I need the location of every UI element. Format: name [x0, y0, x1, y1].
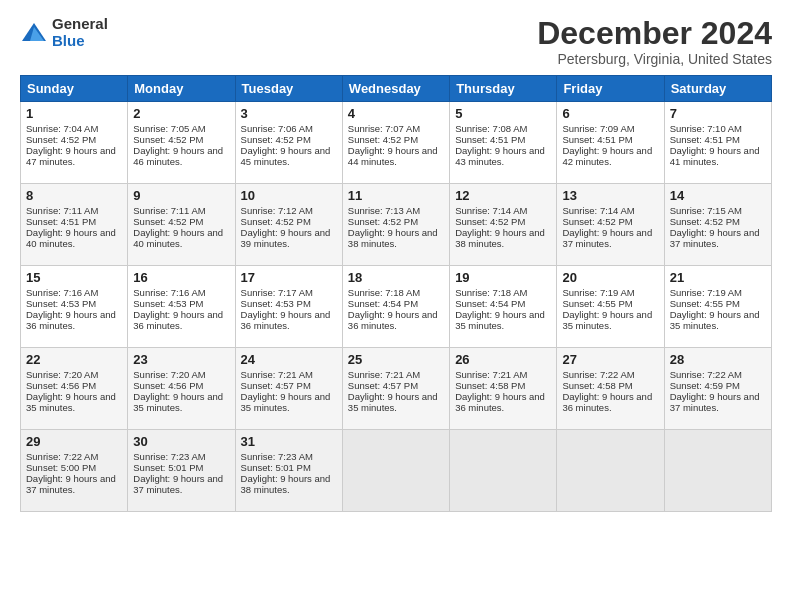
- day-info: Sunrise: 7:04 AMSunset: 4:52 PMDaylight:…: [26, 123, 116, 167]
- calendar-cell: 27Sunrise: 7:22 AMSunset: 4:58 PMDayligh…: [557, 348, 664, 430]
- day-info: Sunrise: 7:23 AMSunset: 5:01 PMDaylight:…: [241, 451, 331, 495]
- calendar-cell: 19Sunrise: 7:18 AMSunset: 4:54 PMDayligh…: [450, 266, 557, 348]
- day-info: Sunrise: 7:22 AMSunset: 4:59 PMDaylight:…: [670, 369, 760, 413]
- calendar-week-row: 1Sunrise: 7:04 AMSunset: 4:52 PMDaylight…: [21, 102, 772, 184]
- calendar-week-row: 22Sunrise: 7:20 AMSunset: 4:56 PMDayligh…: [21, 348, 772, 430]
- calendar-cell: 16Sunrise: 7:16 AMSunset: 4:53 PMDayligh…: [128, 266, 235, 348]
- calendar-table: SundayMondayTuesdayWednesdayThursdayFrid…: [20, 75, 772, 512]
- day-info: Sunrise: 7:22 AMSunset: 5:00 PMDaylight:…: [26, 451, 116, 495]
- weekday-header: Wednesday: [342, 76, 449, 102]
- day-number: 18: [348, 270, 444, 285]
- day-number: 9: [133, 188, 229, 203]
- logo-text: General Blue: [52, 16, 108, 49]
- day-number: 8: [26, 188, 122, 203]
- day-info: Sunrise: 7:11 AMSunset: 4:51 PMDaylight:…: [26, 205, 116, 249]
- day-info: Sunrise: 7:16 AMSunset: 4:53 PMDaylight:…: [133, 287, 223, 331]
- day-info: Sunrise: 7:20 AMSunset: 4:56 PMDaylight:…: [26, 369, 116, 413]
- title-block: December 2024 Petersburg, Virginia, Unit…: [537, 16, 772, 67]
- day-number: 31: [241, 434, 337, 449]
- day-info: Sunrise: 7:11 AMSunset: 4:52 PMDaylight:…: [133, 205, 223, 249]
- day-info: Sunrise: 7:21 AMSunset: 4:57 PMDaylight:…: [241, 369, 331, 413]
- day-number: 1: [26, 106, 122, 121]
- day-info: Sunrise: 7:09 AMSunset: 4:51 PMDaylight:…: [562, 123, 652, 167]
- day-number: 17: [241, 270, 337, 285]
- calendar-cell: 12Sunrise: 7:14 AMSunset: 4:52 PMDayligh…: [450, 184, 557, 266]
- day-number: 30: [133, 434, 229, 449]
- calendar-cell: 29Sunrise: 7:22 AMSunset: 5:00 PMDayligh…: [21, 430, 128, 512]
- day-info: Sunrise: 7:13 AMSunset: 4:52 PMDaylight:…: [348, 205, 438, 249]
- day-info: Sunrise: 7:22 AMSunset: 4:58 PMDaylight:…: [562, 369, 652, 413]
- day-number: 16: [133, 270, 229, 285]
- weekday-header: Monday: [128, 76, 235, 102]
- calendar-cell: 5Sunrise: 7:08 AMSunset: 4:51 PMDaylight…: [450, 102, 557, 184]
- calendar-cell: 13Sunrise: 7:14 AMSunset: 4:52 PMDayligh…: [557, 184, 664, 266]
- day-info: Sunrise: 7:18 AMSunset: 4:54 PMDaylight:…: [348, 287, 438, 331]
- day-number: 10: [241, 188, 337, 203]
- day-info: Sunrise: 7:12 AMSunset: 4:52 PMDaylight:…: [241, 205, 331, 249]
- page: General Blue December 2024 Petersburg, V…: [0, 0, 792, 612]
- calendar-week-row: 15Sunrise: 7:16 AMSunset: 4:53 PMDayligh…: [21, 266, 772, 348]
- day-info: Sunrise: 7:14 AMSunset: 4:52 PMDaylight:…: [562, 205, 652, 249]
- day-number: 22: [26, 352, 122, 367]
- day-number: 29: [26, 434, 122, 449]
- calendar-week-row: 8Sunrise: 7:11 AMSunset: 4:51 PMDaylight…: [21, 184, 772, 266]
- day-info: Sunrise: 7:19 AMSunset: 4:55 PMDaylight:…: [670, 287, 760, 331]
- weekday-header: Thursday: [450, 76, 557, 102]
- calendar-cell: 3Sunrise: 7:06 AMSunset: 4:52 PMDaylight…: [235, 102, 342, 184]
- calendar-cell: 10Sunrise: 7:12 AMSunset: 4:52 PMDayligh…: [235, 184, 342, 266]
- day-number: 11: [348, 188, 444, 203]
- calendar-cell: 20Sunrise: 7:19 AMSunset: 4:55 PMDayligh…: [557, 266, 664, 348]
- day-number: 15: [26, 270, 122, 285]
- day-info: Sunrise: 7:18 AMSunset: 4:54 PMDaylight:…: [455, 287, 545, 331]
- calendar-cell: 25Sunrise: 7:21 AMSunset: 4:57 PMDayligh…: [342, 348, 449, 430]
- weekday-header: Sunday: [21, 76, 128, 102]
- day-info: Sunrise: 7:07 AMSunset: 4:52 PMDaylight:…: [348, 123, 438, 167]
- day-number: 27: [562, 352, 658, 367]
- day-number: 19: [455, 270, 551, 285]
- header: General Blue December 2024 Petersburg, V…: [20, 16, 772, 67]
- logo-blue: Blue: [52, 33, 108, 50]
- day-info: Sunrise: 7:15 AMSunset: 4:52 PMDaylight:…: [670, 205, 760, 249]
- day-number: 7: [670, 106, 766, 121]
- calendar-cell: 4Sunrise: 7:07 AMSunset: 4:52 PMDaylight…: [342, 102, 449, 184]
- day-info: Sunrise: 7:06 AMSunset: 4:52 PMDaylight:…: [241, 123, 331, 167]
- calendar-cell: [557, 430, 664, 512]
- day-info: Sunrise: 7:08 AMSunset: 4:51 PMDaylight:…: [455, 123, 545, 167]
- calendar-cell: 7Sunrise: 7:10 AMSunset: 4:51 PMDaylight…: [664, 102, 771, 184]
- day-info: Sunrise: 7:14 AMSunset: 4:52 PMDaylight:…: [455, 205, 545, 249]
- day-number: 23: [133, 352, 229, 367]
- calendar-cell: 23Sunrise: 7:20 AMSunset: 4:56 PMDayligh…: [128, 348, 235, 430]
- main-title: December 2024: [537, 16, 772, 51]
- day-info: Sunrise: 7:19 AMSunset: 4:55 PMDaylight:…: [562, 287, 652, 331]
- calendar-cell: [664, 430, 771, 512]
- day-info: Sunrise: 7:17 AMSunset: 4:53 PMDaylight:…: [241, 287, 331, 331]
- calendar-cell: 8Sunrise: 7:11 AMSunset: 4:51 PMDaylight…: [21, 184, 128, 266]
- weekday-header: Friday: [557, 76, 664, 102]
- logo-general: General: [52, 16, 108, 33]
- day-info: Sunrise: 7:16 AMSunset: 4:53 PMDaylight:…: [26, 287, 116, 331]
- day-number: 20: [562, 270, 658, 285]
- calendar-cell: 14Sunrise: 7:15 AMSunset: 4:52 PMDayligh…: [664, 184, 771, 266]
- day-number: 4: [348, 106, 444, 121]
- day-number: 13: [562, 188, 658, 203]
- calendar-cell: 30Sunrise: 7:23 AMSunset: 5:01 PMDayligh…: [128, 430, 235, 512]
- calendar-cell: 2Sunrise: 7:05 AMSunset: 4:52 PMDaylight…: [128, 102, 235, 184]
- day-number: 6: [562, 106, 658, 121]
- day-number: 14: [670, 188, 766, 203]
- calendar-cell: 18Sunrise: 7:18 AMSunset: 4:54 PMDayligh…: [342, 266, 449, 348]
- day-number: 25: [348, 352, 444, 367]
- day-number: 5: [455, 106, 551, 121]
- calendar-cell: 11Sunrise: 7:13 AMSunset: 4:52 PMDayligh…: [342, 184, 449, 266]
- calendar-cell: 22Sunrise: 7:20 AMSunset: 4:56 PMDayligh…: [21, 348, 128, 430]
- calendar-cell: 21Sunrise: 7:19 AMSunset: 4:55 PMDayligh…: [664, 266, 771, 348]
- day-number: 21: [670, 270, 766, 285]
- day-info: Sunrise: 7:21 AMSunset: 4:58 PMDaylight:…: [455, 369, 545, 413]
- logo-icon: [20, 19, 48, 47]
- logo: General Blue: [20, 16, 108, 49]
- day-info: Sunrise: 7:20 AMSunset: 4:56 PMDaylight:…: [133, 369, 223, 413]
- calendar-cell: 9Sunrise: 7:11 AMSunset: 4:52 PMDaylight…: [128, 184, 235, 266]
- calendar-cell: 15Sunrise: 7:16 AMSunset: 4:53 PMDayligh…: [21, 266, 128, 348]
- weekday-header: Tuesday: [235, 76, 342, 102]
- calendar-cell: 24Sunrise: 7:21 AMSunset: 4:57 PMDayligh…: [235, 348, 342, 430]
- calendar-cell: 28Sunrise: 7:22 AMSunset: 4:59 PMDayligh…: [664, 348, 771, 430]
